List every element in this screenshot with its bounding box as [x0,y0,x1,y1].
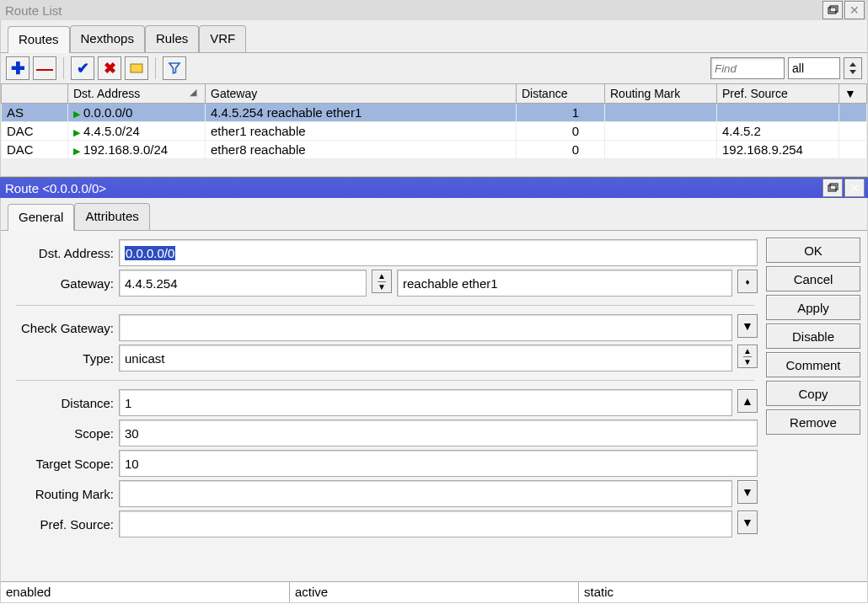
status-enabled: enabled [1,582,290,602]
cell-gateway: 4.4.5.254 reachable ether1 [206,104,517,122]
search-input[interactable] [710,57,785,79]
col-dst[interactable]: Dst. Address◢ [68,84,206,104]
col-gateway[interactable]: Gateway [206,84,517,104]
cell-gateway: ether8 reachable [206,141,517,159]
gateway-input[interactable]: 4.4.5.254 [119,270,367,297]
dst-address-input[interactable]: 0.0.0.0/0 [119,239,758,266]
route-detail-title: Route <0.0.0.0/0> [3,181,822,195]
col-flags[interactable] [2,84,68,104]
svg-rect-1 [830,6,838,12]
pref-source-input[interactable] [119,510,732,537]
svg-rect-3 [828,185,836,191]
routing-mark-drop-icon[interactable]: ▼ [737,480,758,504]
tab-attributes[interactable]: Attributes [74,203,149,230]
route-list-title-bar: Route List ✕ [0,0,868,20]
comment-button[interactable]: Comment [766,352,860,377]
distance-collapse-icon[interactable]: ▲ [737,389,758,413]
gateway-add-remove-icon[interactable]: ♦ [737,270,758,293]
route-list-title: Route List [3,3,822,18]
pref-source-label: Pref. Source: [4,517,119,532]
cell-distance: 0 [517,122,605,141]
restore-icon[interactable] [822,1,843,19]
cell-more [839,104,867,122]
enable-button[interactable]: ✔ [71,56,94,80]
gateway-drop-icon[interactable]: ▲▼ [372,270,392,293]
svg-rect-0 [828,8,836,13]
col-pref-source[interactable]: Pref. Source [717,84,839,104]
cell-gateway: ether1 reachable [206,122,517,141]
col-more-icon[interactable]: ▼ [839,84,867,104]
cell-distance: 0 [517,141,605,159]
tab-rules[interactable]: Rules [145,25,199,52]
route-detail-buttons: OK Cancel Apply Disable Comment Copy Rem… [766,231,867,581]
filter-mode-drop-icon[interactable] [844,57,862,79]
dst-address-label: Dst. Address: [4,246,119,260]
restore-icon[interactable] [822,179,843,197]
copy-button[interactable]: Copy [766,381,860,406]
route-list-tabs: Routes Nexthops Rules VRF [1,20,867,53]
col-distance[interactable]: Distance [517,84,605,104]
cell-pref-source [717,104,839,122]
target-scope-label: Target Scope: [4,457,119,471]
close-icon[interactable]: ✕ [844,1,865,19]
pref-source-drop-icon[interactable]: ▼ [737,510,758,534]
route-detail-title-bar: Route <0.0.0.0/0> ✕ [0,178,868,198]
filter-mode-select[interactable]: all [788,57,840,79]
route-detail-window: Route <0.0.0.0/0> ✕ General Attributes D… [0,178,868,603]
routing-mark-label: Routing Mark: [4,487,119,501]
active-icon: ▶ [73,109,80,120]
cell-dst: ▶4.4.5.0/24 [68,122,206,141]
table-row[interactable]: DAC▶192.168.9.0/24ether8 reachable0192.1… [2,141,867,159]
cell-dst: ▶192.168.9.0/24 [68,141,206,159]
cell-routing-mark [605,122,717,141]
tab-nexthops[interactable]: Nexthops [70,25,145,52]
add-button[interactable]: ✚ [6,56,29,80]
comment-button[interactable] [125,56,148,80]
route-detail-form: Dst. Address: 0.0.0.0/0 Gateway: 4.4.5.2… [1,231,766,581]
active-icon: ▶ [73,127,80,138]
remove-button[interactable]: Remove [766,409,860,435]
check-gateway-drop-icon[interactable]: ▼ [737,314,758,338]
scope-label: Scope: [4,426,119,441]
filter-button[interactable] [163,56,186,80]
route-list-window: Route List ✕ Routes Nexthops Rules VRF ✚… [0,0,868,178]
distance-label: Distance: [4,396,119,410]
routing-mark-input[interactable] [119,480,732,507]
svg-rect-4 [830,184,838,190]
disable-button[interactable]: Disable [766,323,860,349]
cell-dst: ▶0.0.0.0/0 [68,104,206,122]
target-scope-input[interactable]: 10 [119,450,758,477]
distance-input[interactable]: 1 [119,389,732,416]
status-active: active [290,582,579,602]
route-detail-status-bar: enabled active static [1,581,867,602]
status-static: static [579,582,867,602]
disable-button[interactable]: ✖ [98,56,121,80]
type-label: Type: [4,351,119,366]
route-detail-tabs: General Attributes [1,198,867,231]
cell-more [839,122,867,141]
cell-routing-mark [605,141,717,159]
svg-rect-2 [131,64,142,72]
cell-distance: 1 [517,104,605,122]
remove-button[interactable]: — [33,56,56,80]
check-gateway-input[interactable] [119,314,732,341]
tab-vrf[interactable]: VRF [199,25,246,52]
ok-button[interactable]: OK [766,238,860,263]
type-drop-icon[interactable]: ▲▼ [737,345,758,368]
col-routing-mark[interactable]: Routing Mark [605,84,717,104]
table-row[interactable]: AS▶0.0.0.0/04.4.5.254 reachable ether11 [2,104,867,122]
gateway-status: reachable ether1 [397,270,732,297]
scope-input[interactable]: 30 [119,420,758,446]
tab-routes[interactable]: Routes [8,26,70,53]
cell-flags: DAC [2,141,68,159]
close-icon[interactable]: ✕ [844,179,865,197]
sort-indicator-icon: ◢ [190,87,200,98]
tab-general[interactable]: General [8,204,74,231]
cell-pref-source: 4.4.5.2 [717,122,839,141]
cell-more [839,141,867,159]
table-row[interactable]: DAC▶4.4.5.0/24ether1 reachable04.4.5.2 [2,122,867,141]
apply-button[interactable]: Apply [766,295,860,320]
cancel-button[interactable]: Cancel [766,266,860,291]
cell-flags: AS [2,104,68,122]
type-input[interactable]: unicast [119,345,732,371]
